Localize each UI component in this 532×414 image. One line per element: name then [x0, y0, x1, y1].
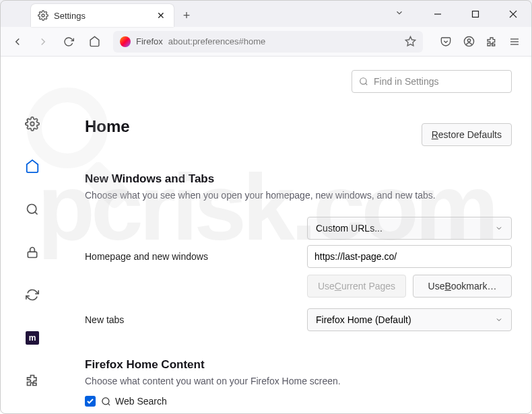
svg-point-0 [42, 14, 44, 17]
url-host: Firefox [136, 36, 163, 46]
reload-button[interactable] [58, 31, 79, 53]
restore-defaults-button[interactable]: Restore Defaults [422, 123, 512, 146]
mozilla-icon: m [26, 331, 39, 345]
back-button[interactable] [7, 31, 28, 53]
chevron-down-icon [495, 224, 503, 232]
extensions-icon[interactable] [481, 31, 502, 53]
svg-point-17 [102, 397, 109, 404]
pocket-icon[interactable] [435, 31, 457, 53]
select-value: Firefox Home (Default) [316, 314, 411, 325]
account-icon[interactable] [458, 31, 479, 53]
check-icon [86, 397, 94, 405]
section-heading-windows-tabs: New Windows and Tabs [85, 172, 512, 186]
sidebar-item-privacy[interactable] [19, 239, 46, 266]
web-search-checkbox[interactable] [85, 396, 96, 407]
sidebar-item-extensions[interactable] [19, 367, 46, 394]
window-controls [424, 4, 527, 24]
sidebar-item-search[interactable] [19, 196, 46, 223]
chevron-down-icon[interactable] [395, 8, 404, 18]
sidebar-item-general[interactable] [19, 110, 46, 137]
maximize-button[interactable] [462, 4, 489, 24]
page-title: Home [85, 117, 130, 136]
svg-point-11 [30, 122, 34, 126]
settings-search-placeholder: Find in Settings [374, 76, 439, 87]
minimize-button[interactable] [424, 4, 451, 24]
settings-search[interactable]: Find in Settings [352, 70, 512, 93]
section-heading-home-content: Firefox Home Content [85, 358, 512, 372]
section-desc-2: Choose what content you want on your Fir… [85, 376, 512, 386]
svg-point-15 [360, 78, 366, 84]
search-icon [359, 77, 368, 86]
forward-button[interactable] [32, 31, 54, 53]
svg-line-13 [35, 212, 38, 215]
svg-rect-2 [473, 11, 479, 18]
toolbar: Firefox about:preferences#home [0, 27, 532, 57]
use-current-pages-button[interactable]: Use Current Pages [307, 275, 406, 298]
close-icon[interactable]: ✕ [155, 10, 167, 21]
svg-marker-5 [405, 36, 415, 45]
sidebar: m [0, 57, 65, 414]
tab-title: Settings [54, 11, 86, 21]
menu-icon[interactable] [504, 31, 525, 53]
svg-line-16 [366, 83, 368, 85]
web-search-label: Web Search [115, 396, 167, 407]
svg-point-12 [28, 204, 36, 213]
sidebar-item-home[interactable] [19, 153, 46, 180]
homepage-url-input[interactable] [307, 245, 512, 268]
new-tabs-select[interactable]: Firefox Home (Default) [307, 308, 512, 331]
gear-icon [38, 10, 48, 21]
svg-point-7 [467, 39, 470, 42]
home-button[interactable] [84, 31, 105, 53]
url-bar[interactable]: Firefox about:preferences#home [113, 31, 423, 53]
content: m Find in Settings Home Restore Defaults… [0, 57, 532, 414]
svg-rect-14 [28, 252, 36, 257]
new-tab-button[interactable]: + [176, 5, 197, 26]
tab-settings[interactable]: Settings ✕ [31, 4, 174, 27]
firefox-icon [120, 36, 131, 47]
bookmark-star-icon[interactable] [405, 36, 416, 47]
sidebar-item-sync[interactable] [19, 281, 46, 308]
homepage-label: Homepage and new windows [85, 251, 307, 262]
url-rest: about:preferences#home [168, 36, 266, 46]
svg-line-18 [108, 403, 110, 405]
sidebar-item-mozilla[interactable]: m [19, 324, 46, 351]
chevron-down-icon [495, 316, 503, 324]
search-icon [101, 396, 111, 407]
section-desc: Choose what you see when you open your h… [85, 190, 512, 201]
homepage-select[interactable]: Custom URLs... [307, 217, 512, 240]
main-panel: Find in Settings Home Restore Defaults N… [65, 57, 532, 414]
select-value: Custom URLs... [316, 223, 383, 234]
close-button[interactable] [500, 4, 527, 24]
use-bookmark-button[interactable]: Use Bookmark… [413, 275, 512, 298]
new-tabs-label: New tabs [85, 314, 307, 325]
